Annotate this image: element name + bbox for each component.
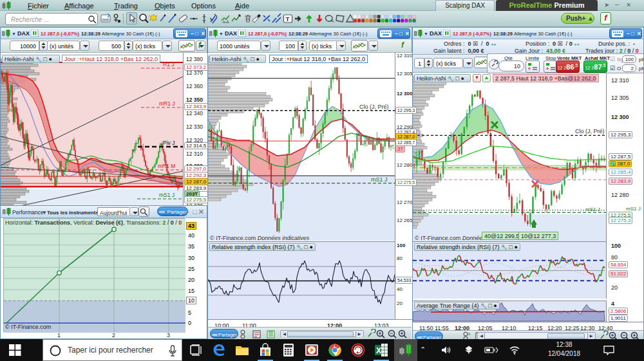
svg-text:T: T xyxy=(286,16,290,23)
svg-text:R1 J: R1 J xyxy=(163,61,174,68)
svg-text:Clo (J, Pré): Clo (J, Pré) xyxy=(575,128,605,134)
svg-text:Piv J: Piv J xyxy=(163,140,175,146)
svg-text:mS1 J: mS1 J xyxy=(371,176,388,183)
svg-text:Clo (J, Pré): Clo (J, Pré) xyxy=(359,104,389,110)
svg-text:mS1 J: mS1 J xyxy=(159,192,175,198)
svg-text:mR1 M: mR1 M xyxy=(158,163,175,169)
svg-text:X: X xyxy=(376,346,381,355)
svg-text:mS1 J: mS1 J xyxy=(585,207,600,212)
svg-text:mR1 J: mR1 J xyxy=(159,100,175,107)
